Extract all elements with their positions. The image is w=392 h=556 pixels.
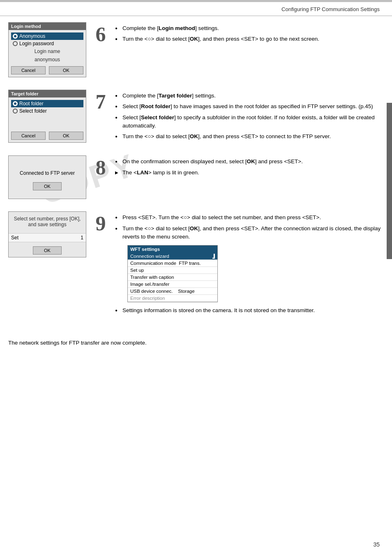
- wft-item-image-sel: Image sel./transfer: [128, 281, 217, 288]
- step9-label1: Select set number, press [OK],: [13, 216, 82, 222]
- wft-item-usb: USB device connec. Storage: [128, 288, 217, 295]
- step7-option1: Root folder: [11, 100, 83, 107]
- step8-message: Connected to FTP server: [13, 164, 82, 182]
- step6-option2: Login password: [11, 40, 83, 47]
- wft-item-connection-wizard: Connection wizard ▌: [128, 253, 217, 260]
- step-9: Select set number, press [OK], and save …: [8, 211, 384, 317]
- step6-ok-button[interactable]: OK: [49, 66, 83, 74]
- step6-option1: Anonymous: [11, 32, 83, 40]
- step9-note: Settings information is stored on the ca…: [115, 306, 384, 315]
- wft-item-comm-mode: Communication mode FTP trans.: [128, 260, 217, 267]
- step-7-instructions: Complete the [Target folder] settings. S…: [111, 90, 384, 143]
- step7-cancel-button[interactable]: Cancel: [11, 132, 46, 140]
- step-8-panel: Connected to FTP server OK: [8, 155, 90, 199]
- step8-ok-button[interactable]: OK: [33, 182, 62, 190]
- step-6-panel: Login method Anonymous Login password Lo…: [8, 22, 90, 77]
- step7-radio2: [13, 109, 18, 114]
- step7-instruction-3: Select [Select folder] to specify a subf…: [115, 114, 384, 130]
- step-8-instructions: On the confirmation screen displayed nex…: [111, 155, 384, 179]
- step7-radio1: [13, 101, 18, 106]
- step9-label2: and save settings: [13, 222, 82, 227]
- step7-instruction-1: Complete the [Target folder] settings.: [115, 92, 384, 100]
- step9-set-panel: Select set number, press [OK], and save …: [8, 211, 86, 257]
- footer-note: The network settings for FTP transfer ar…: [0, 336, 392, 354]
- step9-instruction-2: Turn the <○> dial to select [OK], and th…: [115, 225, 384, 241]
- step9-instruction-1: Press <SET>. Turn the <○> dial to select…: [115, 213, 384, 222]
- step-7: Target folder Root folder Select folder …: [8, 90, 384, 143]
- step-9-instructions: Press <SET>. Turn the <○> dial to select…: [111, 211, 384, 317]
- step6-label1: Login name: [11, 47, 83, 56]
- step9-set-label: Set: [11, 235, 18, 241]
- wft-panel-title: WFT settings: [128, 246, 217, 253]
- step-8-number: 8: [90, 155, 111, 179]
- step9-set-row: Set 1: [9, 233, 86, 242]
- wft-panel: WFT settings Connection wizard ▌ Communi…: [127, 245, 218, 302]
- step-6: Login method Anonymous Login password Lo…: [8, 22, 384, 77]
- step7-instruction-4: Turn the <○> dial to select [OK], and th…: [115, 132, 384, 141]
- step9-ok-button[interactable]: OK: [33, 246, 62, 255]
- step-9-number: 9: [90, 211, 111, 235]
- step7-panel-title: Target folder: [9, 90, 86, 97]
- wft-item-transfer-caption: Transfer with caption: [128, 274, 217, 281]
- step6-instruction-2: Turn the <○> dial to select [OK], and th…: [115, 35, 384, 43]
- step-9-panel: Select set number, press [OK], and save …: [8, 211, 90, 257]
- page-number: 35: [373, 541, 380, 548]
- step6-label2: anonymous: [11, 56, 83, 64]
- step-7-panel: Target folder Root folder Select folder …: [8, 90, 90, 143]
- step6-cancel-button[interactable]: Cancel: [11, 66, 46, 74]
- step6-radio1: [13, 34, 18, 39]
- step8-connected-panel: Connected to FTP server OK: [8, 155, 86, 199]
- step8-instruction-2: The <LAN> lamp is lit in green.: [115, 169, 384, 177]
- step-8: Connected to FTP server OK 8 On the conf…: [8, 155, 384, 199]
- wft-item-setup: Set up: [128, 267, 217, 274]
- step7-ok-button[interactable]: OK: [49, 132, 83, 140]
- step-6-instructions: Complete the [Login method] settings. Tu…: [111, 22, 384, 46]
- step9-set-value: 1: [81, 235, 83, 241]
- step8-instruction-1: On the confirmation screen displayed nex…: [115, 158, 384, 166]
- step6-radio2: [13, 41, 18, 46]
- step7-instruction-2: Select [Root folder] to have images save…: [115, 102, 384, 111]
- step6-instruction-1: Complete the [Login method] settings.: [115, 24, 384, 32]
- page-header: Configuring FTP Communication Settings: [0, 2, 392, 16]
- wft-item-error: Error description: [128, 295, 217, 302]
- step7-option2: Select folder: [11, 107, 83, 115]
- step6-panel-title: Login method: [9, 23, 86, 30]
- step-6-number: 6: [90, 22, 111, 46]
- step-7-number: 7: [90, 90, 111, 114]
